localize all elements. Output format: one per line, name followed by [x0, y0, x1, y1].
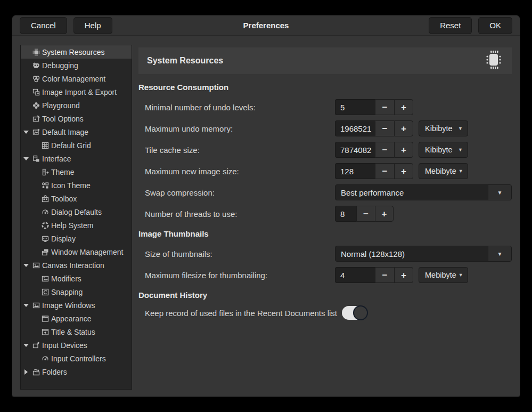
cpu-icon [31, 47, 40, 56]
threads-input[interactable]: 8 [335, 206, 356, 222]
sidebar-item-label: Interface [42, 155, 71, 163]
chevron-down-icon: ▼ [488, 246, 511, 261]
sidebar-item-label: Display [51, 235, 76, 243]
decrement-button[interactable]: − [375, 99, 394, 115]
playground-icon [31, 101, 40, 110]
grid-icon [40, 141, 50, 150]
sidebar-item-label: Input Controllers [51, 354, 106, 363]
image-icon [31, 261, 40, 270]
sidebar-item[interactable]: Canvas Interaction [21, 258, 132, 272]
thumb-filesize-unit-dropdown[interactable]: Mebibyte ▼ [419, 267, 468, 283]
expander-slot[interactable] [21, 369, 31, 375]
sidebar-item[interactable]: Input Devices [21, 338, 132, 352]
swap-compression-dropdown[interactable]: Best performance ▼ [335, 184, 512, 200]
sidebar-item[interactable]: Playground [21, 99, 132, 112]
field-undo-levels: Minimal number of undo levels: 5 − + [138, 99, 512, 115]
increment-button[interactable]: + [394, 120, 413, 136]
sidebar-item[interactable]: Image Import & Export [21, 85, 132, 99]
expander-slot[interactable] [21, 304, 31, 307]
tile-cache-spinner: 7874082 − + [335, 142, 413, 158]
sidebar-item[interactable]: Toolbox [21, 192, 132, 205]
panel-title: System Resources [147, 56, 223, 66]
expander-slot[interactable] [21, 264, 31, 267]
increment-button[interactable]: + [394, 99, 413, 115]
tile-cache-unit-dropdown[interactable]: Kibibyte ▼ [419, 142, 468, 158]
sidebar-item[interactable]: Image Windows [21, 298, 132, 312]
sidebar-item[interactable]: Title & Status [21, 325, 132, 338]
field-label: Swap compression: [138, 188, 335, 197]
expander-slot[interactable] [21, 157, 31, 160]
undo-memory-unit-dropdown[interactable]: Kibibyte ▼ [419, 120, 468, 136]
field-swap-compression: Swap compression: Best performance ▼ [138, 184, 512, 200]
increment-button[interactable]: + [394, 267, 413, 283]
undo-memory-input[interactable]: 1968521 [335, 120, 375, 136]
sidebar-item-label: Default Image [42, 128, 88, 136]
sidebar-item[interactable]: Folders [21, 365, 132, 378]
wilber-icon [31, 61, 40, 70]
sidebar-item[interactable]: Default Image [21, 125, 132, 139]
panel-header: System Resources [138, 47, 512, 74]
sidebar-item[interactable]: Icon Theme [21, 179, 132, 192]
sidebar-item[interactable]: Dialog Defaults [21, 205, 132, 219]
reset-button[interactable]: Reset [429, 17, 472, 34]
decrement-button[interactable]: − [375, 142, 394, 158]
decrement-button[interactable]: − [375, 120, 394, 136]
increment-button[interactable]: + [394, 142, 413, 158]
expander-slot[interactable] [21, 344, 31, 347]
section-document-history: Document History [138, 290, 512, 302]
ok-button[interactable]: OK [478, 17, 512, 34]
sidebar-item-label: Appearance [51, 314, 92, 323]
max-new-image-unit-dropdown[interactable]: Mebibyte ▼ [419, 163, 468, 179]
field-max-new-image: Maximum new image size: 128 − + Mebibyte… [138, 163, 512, 179]
sidebar-item[interactable]: Help System [21, 219, 132, 232]
decrement-button[interactable]: − [375, 163, 394, 179]
unit-label: Mebibyte [425, 271, 456, 279]
help-button[interactable]: Help [73, 17, 112, 34]
unit-label: Kibibyte [425, 146, 453, 154]
sidebar-item[interactable]: Input Controllers [21, 352, 132, 365]
title-status-icon [40, 327, 50, 336]
help-system-icon [40, 221, 50, 230]
doc-history-toggle[interactable] [342, 306, 367, 320]
thumb-filesize-input[interactable]: 4 [335, 267, 375, 283]
toolbox-icon [40, 194, 50, 203]
sidebar-item[interactable]: Display [21, 232, 132, 245]
sidebar-item[interactable]: Modifiers [21, 272, 132, 285]
sidebar-item[interactable]: Appearance [21, 312, 132, 325]
sidebar-item[interactable]: Snapping [21, 285, 132, 298]
chevron-down-icon: ▼ [459, 272, 463, 278]
decrement-button[interactable]: − [375, 267, 394, 283]
default-image-icon [31, 127, 40, 136]
field-label: Minimal number of undo levels: [138, 103, 335, 112]
dial-icon [40, 207, 50, 216]
titlebar-right-buttons: Reset OK [429, 17, 512, 34]
sidebar-item[interactable]: Color Management [21, 72, 132, 85]
sidebar-item[interactable]: Tool Options [21, 112, 132, 125]
sidebar-item[interactable]: Debugging [21, 59, 132, 72]
titlebar: Cancel Help Preferences Reset OK [12, 15, 520, 36]
thumbnail-size-dropdown[interactable]: Normal (128x128) ▼ [335, 246, 512, 262]
expander-slot[interactable] [21, 131, 31, 134]
sidebar-item-label: Canvas Interaction [42, 261, 104, 270]
field-label: Number of threads to use: [138, 209, 335, 219]
tile-cache-input[interactable]: 7874082 [335, 142, 375, 158]
sidebar-item[interactable]: Theme [21, 165, 132, 179]
sidebar-item-label: Help System [51, 221, 93, 230]
sidebar-item[interactable]: Default Grid [21, 139, 132, 152]
cancel-button[interactable]: Cancel [20, 17, 67, 34]
sidebar-item-label: Playground [42, 101, 80, 110]
increment-button[interactable]: + [375, 206, 394, 222]
sidebar-item[interactable]: System Resources [21, 45, 132, 59]
sidebar-item-label: Window Management [51, 248, 123, 256]
increment-button[interactable]: + [394, 163, 413, 179]
decrement-button[interactable]: − [356, 206, 375, 222]
section-resource-consumption: Resource Consumption [138, 83, 512, 94]
sidebar-item[interactable]: Window Management [21, 245, 132, 258]
undo-levels-input[interactable]: 5 [335, 99, 375, 115]
field-label: Maximum new image size: [138, 167, 335, 176]
sidebar-item[interactable]: Interface [21, 152, 132, 165]
max-new-image-input[interactable]: 128 [335, 163, 375, 179]
tool-options-icon [31, 114, 40, 123]
image-icon [31, 301, 40, 310]
unit-label: Mebibyte [425, 167, 456, 175]
